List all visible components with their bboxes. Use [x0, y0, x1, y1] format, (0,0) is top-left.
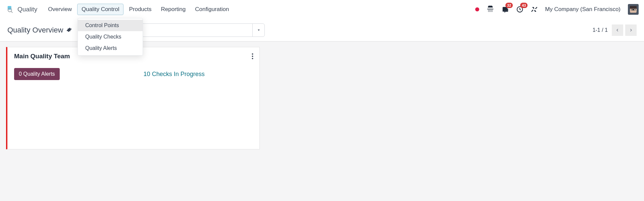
dropdown-item-quality-checks[interactable]: Quality Checks — [78, 31, 143, 43]
voip-icon[interactable] — [487, 6, 494, 13]
recording-indicator-icon[interactable] — [475, 7, 479, 11]
team-card[interactable]: Main Quality Team 0 Quality Alerts 10 Ch… — [6, 47, 260, 149]
activities-badge: 43 — [520, 3, 528, 8]
pager-counter[interactable]: 1-1 / 1 — [593, 27, 608, 33]
app-title[interactable]: Quality — [17, 6, 37, 13]
nav-items: Overview Quality Control Control Points … — [44, 4, 233, 15]
pager: 1-1 / 1 — [593, 24, 637, 36]
gear-icon[interactable] — [66, 26, 72, 35]
team-card-body: 0 Quality Alerts 10 Checks In Progress — [14, 68, 253, 80]
activities-icon[interactable]: 43 — [516, 6, 524, 13]
top-nav: Quality Overview Quality Control Control… — [0, 0, 644, 19]
company-switcher[interactable]: My Company (San Francisco) — [545, 6, 621, 13]
breadcrumb: Quality Overview — [7, 26, 72, 35]
svg-point-8 — [632, 9, 633, 10]
user-avatar[interactable] — [628, 4, 639, 15]
svg-point-9 — [634, 9, 635, 10]
messages-badge: 32 — [505, 3, 513, 8]
page-title[interactable]: Quality Overview — [7, 26, 63, 35]
svg-rect-6 — [630, 6, 637, 9]
checks-in-progress-link[interactable]: 10 Checks In Progress — [144, 71, 205, 78]
pager-next-button[interactable] — [625, 24, 637, 36]
dropdown-item-quality-alerts[interactable]: Quality Alerts — [78, 43, 143, 54]
nav-item-overview[interactable]: Overview — [44, 4, 76, 15]
svg-point-14 — [252, 58, 253, 59]
quality-control-dropdown: Control Points Quality Checks Quality Al… — [78, 18, 143, 56]
nav-item-products[interactable]: Products — [125, 4, 155, 15]
nav-item-quality-control[interactable]: Quality Control Control Points Quality C… — [77, 4, 123, 15]
pager-prev-button[interactable] — [612, 24, 623, 36]
nav-item-configuration[interactable]: Configuration — [191, 4, 233, 15]
app-logo-icon — [7, 6, 14, 13]
messages-icon[interactable]: 32 — [501, 6, 509, 13]
svg-point-12 — [252, 53, 253, 55]
systray: 32 43 My Company (San Francisco) — [475, 4, 639, 15]
kanban-view: Main Quality Team 0 Quality Alerts 10 Ch… — [0, 42, 644, 201]
kebab-icon[interactable] — [252, 53, 253, 61]
svg-point-13 — [252, 56, 253, 57]
dropdown-item-control-points[interactable]: Control Points — [78, 20, 143, 31]
tools-icon[interactable] — [531, 6, 538, 13]
nav-item-reporting[interactable]: Reporting — [157, 4, 190, 15]
nav-item-label: Quality Control — [82, 6, 119, 12]
quality-alerts-button[interactable]: 0 Quality Alerts — [14, 68, 60, 80]
search-options-toggle[interactable] — [252, 24, 264, 37]
svg-line-2 — [11, 11, 13, 13]
